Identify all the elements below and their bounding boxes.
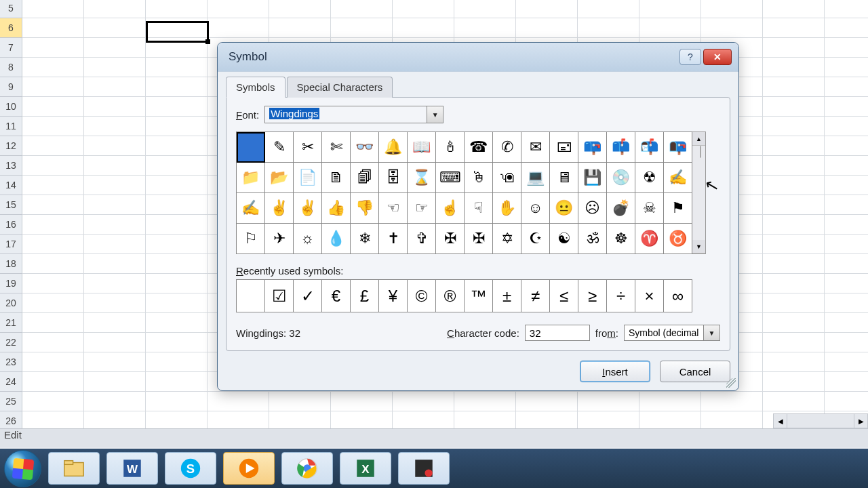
symbol-cell[interactable]: ☪	[521, 224, 550, 254]
recent-symbol-cell[interactable]: ×	[635, 280, 664, 312]
tab-symbols[interactable]: Symbols	[226, 77, 285, 98]
symbol-cell[interactable]: 😐	[550, 193, 578, 224]
symbol-cell[interactable]: ✝	[379, 224, 408, 254]
symbol-cell[interactable]: ☼	[294, 224, 322, 254]
symbol-cell[interactable]: 👓	[351, 132, 379, 163]
row-header[interactable]: 8	[0, 58, 22, 77]
row-header[interactable]: 20	[0, 293, 22, 313]
symbol-cell[interactable]: ✞	[408, 224, 436, 254]
symbol-cell[interactable]: ♉	[664, 224, 692, 254]
recent-symbol-cell[interactable]: ¥	[379, 280, 408, 312]
symbol-cell[interactable]: ☸	[607, 224, 635, 254]
recent-symbol-cell[interactable]: ©	[408, 280, 436, 312]
row-header[interactable]: 25	[0, 392, 22, 411]
recent-symbol-cell[interactable]: ✓	[294, 280, 322, 312]
symbol-cell[interactable]: ✌	[294, 193, 322, 224]
row-header[interactable]: 13	[0, 156, 22, 176]
scrollbar-thumb[interactable]	[700, 146, 701, 158]
symbol-cell[interactable]: 📬	[635, 132, 664, 163]
symbol-cell[interactable]: ☺	[521, 193, 550, 224]
symbol-cell[interactable]: 🗎	[322, 163, 351, 193]
symbol-cell[interactable]: ✂	[294, 132, 322, 163]
recent-symbol-cell[interactable]: ±	[493, 280, 521, 312]
symbol-cell[interactable]: ✋	[493, 193, 521, 224]
symbol-cell[interactable]: 📄	[294, 163, 322, 193]
symbol-cell[interactable]: 🖰	[465, 163, 493, 193]
taskbar-app-excel[interactable]: X	[340, 452, 391, 485]
scroll-down-icon[interactable]: ▼	[692, 240, 705, 253]
symbol-cell[interactable]: 👍	[322, 193, 351, 224]
row-header[interactable]: 24	[0, 372, 22, 392]
symbol-cell[interactable]: ✎	[265, 132, 294, 163]
symbol-cell[interactable]: ॐ	[578, 224, 607, 254]
dialog-titlebar[interactable]: Symbol ? ✕	[218, 43, 738, 71]
symbol-cell[interactable]: ☯	[550, 224, 578, 254]
taskbar-app-skype[interactable]: S	[165, 452, 216, 485]
cancel-button[interactable]: Cancel	[660, 361, 730, 382]
row-header[interactable]: 12	[0, 136, 22, 156]
row-header[interactable]: 22	[0, 333, 22, 352]
row-header[interactable]: 19	[0, 274, 22, 293]
symbol-cell[interactable]: ☝	[436, 193, 465, 224]
symbol-cell[interactable]: ✉	[521, 132, 550, 163]
symbol-cell[interactable]: ✆	[493, 132, 521, 163]
symbol-cell[interactable]: 💻	[521, 163, 550, 193]
symbol-cell[interactable]: 📁	[237, 163, 265, 193]
from-dropdown-button[interactable]: ▼	[704, 325, 720, 341]
symbol-cell[interactable]: ☠	[635, 193, 664, 224]
close-button[interactable]: ✕	[703, 49, 732, 65]
tab-special-characters[interactable]: Special Characters	[287, 77, 393, 98]
symbol-cell[interactable]: ☞	[408, 193, 436, 224]
symbol-cell[interactable]: ☟	[465, 193, 493, 224]
symbol-cell[interactable]: 💧	[322, 224, 351, 254]
recent-symbol-cell[interactable]: ÷	[607, 280, 635, 312]
symbol-cell[interactable]: 🕯	[436, 132, 465, 163]
row-header[interactable]: 14	[0, 176, 22, 195]
symbol-cell[interactable]: ☹	[578, 193, 607, 224]
taskbar-app-chrome[interactable]	[281, 452, 333, 485]
symbol-cell[interactable]: ☜	[379, 193, 408, 224]
scroll-up-icon[interactable]: ▲	[692, 132, 705, 146]
symbol-cell[interactable]: ♈	[635, 224, 664, 254]
symbol-cell[interactable]: 💾	[578, 163, 607, 193]
symbol-cell[interactable]: 🖃	[550, 132, 578, 163]
symbol-cell[interactable]: ⌨	[436, 163, 465, 193]
recent-symbol-cell[interactable]: ®	[436, 280, 465, 312]
recent-symbol-cell[interactable]: ™	[465, 280, 493, 312]
resize-grip[interactable]	[726, 378, 736, 388]
symbol-cell[interactable]	[237, 132, 265, 163]
symbol-cell[interactable]: 🖲	[493, 163, 521, 193]
taskbar-app-unknown[interactable]	[398, 452, 450, 485]
recent-symbol-cell[interactable]: £	[351, 280, 379, 312]
row-header[interactable]: 10	[0, 97, 22, 117]
recent-symbol-cell[interactable]: ≠	[521, 280, 550, 312]
row-header[interactable]: 21	[0, 313, 22, 333]
help-button[interactable]: ?	[679, 49, 701, 65]
symbol-scrollbar[interactable]: ▲ ▼	[692, 131, 706, 254]
symbol-cell[interactable]: ⚐	[237, 224, 265, 254]
row-header[interactable]: 5	[0, 0, 22, 18]
font-combobox[interactable]: Wingdings	[264, 106, 427, 123]
symbol-cell[interactable]: ⌛	[408, 163, 436, 193]
horizontal-scrollbar[interactable]: ◀ ▶	[773, 413, 868, 428]
row-header[interactable]: 18	[0, 254, 22, 274]
from-combobox[interactable]	[624, 325, 704, 341]
symbol-cell[interactable]: ✍	[664, 163, 692, 193]
symbol-cell[interactable]: 🗄	[379, 163, 408, 193]
symbol-cell[interactable]: 🗐	[351, 163, 379, 193]
taskbar-app-media[interactable]	[223, 452, 275, 485]
char-code-input[interactable]	[525, 325, 590, 341]
row-header[interactable]: 9	[0, 77, 22, 97]
recent-symbol-cell[interactable]	[237, 280, 265, 312]
taskbar-app-explorer[interactable]	[48, 452, 100, 485]
symbol-cell[interactable]: ✄	[322, 132, 351, 163]
symbol-cell[interactable]: 📭	[664, 132, 692, 163]
symbol-cell[interactable]: ☎	[465, 132, 493, 163]
recent-symbol-cell[interactable]: €	[322, 280, 351, 312]
row-header[interactable]: 11	[0, 117, 22, 136]
symbol-cell[interactable]: 🖥	[550, 163, 578, 193]
start-button[interactable]	[4, 450, 41, 487]
row-header[interactable]: 7	[0, 38, 22, 58]
symbol-cell[interactable]: ✡	[493, 224, 521, 254]
symbol-cell[interactable]: ❄	[351, 224, 379, 254]
